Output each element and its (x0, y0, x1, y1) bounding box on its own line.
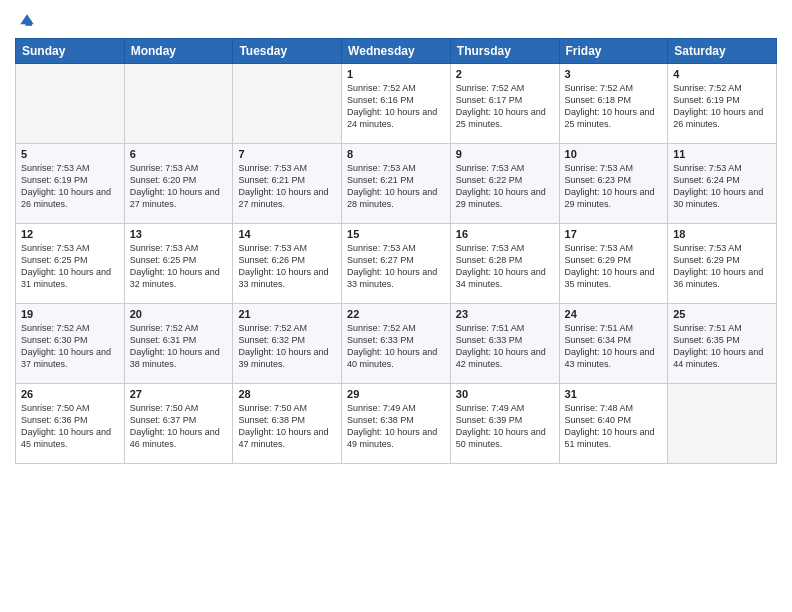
calendar-week-row: 5Sunrise: 7:53 AMSunset: 6:19 PMDaylight… (16, 144, 777, 224)
calendar-cell (16, 64, 125, 144)
calendar-week-row: 12Sunrise: 7:53 AMSunset: 6:25 PMDayligh… (16, 224, 777, 304)
weekday-header-thursday: Thursday (450, 39, 559, 64)
day-info: Sunrise: 7:52 AMSunset: 6:32 PMDaylight:… (238, 322, 336, 371)
day-number: 6 (130, 148, 228, 160)
day-number: 10 (565, 148, 663, 160)
calendar-cell: 29Sunrise: 7:49 AMSunset: 6:38 PMDayligh… (342, 384, 451, 464)
day-number: 28 (238, 388, 336, 400)
day-info: Sunrise: 7:49 AMSunset: 6:38 PMDaylight:… (347, 402, 445, 451)
day-number: 25 (673, 308, 771, 320)
calendar-cell: 11Sunrise: 7:53 AMSunset: 6:24 PMDayligh… (668, 144, 777, 224)
day-info: Sunrise: 7:50 AMSunset: 6:38 PMDaylight:… (238, 402, 336, 451)
calendar-cell (233, 64, 342, 144)
calendar-cell: 22Sunrise: 7:52 AMSunset: 6:33 PMDayligh… (342, 304, 451, 384)
day-info: Sunrise: 7:53 AMSunset: 6:25 PMDaylight:… (130, 242, 228, 291)
weekday-header-saturday: Saturday (668, 39, 777, 64)
day-number: 3 (565, 68, 663, 80)
page-container: SundayMondayTuesdayWednesdayThursdayFrid… (0, 0, 792, 474)
weekday-header-tuesday: Tuesday (233, 39, 342, 64)
calendar-week-row: 19Sunrise: 7:52 AMSunset: 6:30 PMDayligh… (16, 304, 777, 384)
day-number: 1 (347, 68, 445, 80)
day-info: Sunrise: 7:48 AMSunset: 6:40 PMDaylight:… (565, 402, 663, 451)
calendar-cell: 26Sunrise: 7:50 AMSunset: 6:36 PMDayligh… (16, 384, 125, 464)
day-number: 12 (21, 228, 119, 240)
logo (15, 10, 37, 30)
day-number: 22 (347, 308, 445, 320)
day-info: Sunrise: 7:50 AMSunset: 6:36 PMDaylight:… (21, 402, 119, 451)
day-info: Sunrise: 7:52 AMSunset: 6:17 PMDaylight:… (456, 82, 554, 131)
calendar-cell: 16Sunrise: 7:53 AMSunset: 6:28 PMDayligh… (450, 224, 559, 304)
day-number: 11 (673, 148, 771, 160)
day-info: Sunrise: 7:52 AMSunset: 6:33 PMDaylight:… (347, 322, 445, 371)
day-number: 9 (456, 148, 554, 160)
day-number: 5 (21, 148, 119, 160)
calendar-cell: 4Sunrise: 7:52 AMSunset: 6:19 PMDaylight… (668, 64, 777, 144)
day-number: 23 (456, 308, 554, 320)
calendar-cell: 31Sunrise: 7:48 AMSunset: 6:40 PMDayligh… (559, 384, 668, 464)
weekday-header-row: SundayMondayTuesdayWednesdayThursdayFrid… (16, 39, 777, 64)
calendar-cell (668, 384, 777, 464)
day-info: Sunrise: 7:53 AMSunset: 6:28 PMDaylight:… (456, 242, 554, 291)
logo-icon (17, 10, 37, 30)
day-info: Sunrise: 7:52 AMSunset: 6:16 PMDaylight:… (347, 82, 445, 131)
calendar-table: SundayMondayTuesdayWednesdayThursdayFrid… (15, 38, 777, 464)
day-number: 18 (673, 228, 771, 240)
calendar-week-row: 26Sunrise: 7:50 AMSunset: 6:36 PMDayligh… (16, 384, 777, 464)
day-info: Sunrise: 7:51 AMSunset: 6:33 PMDaylight:… (456, 322, 554, 371)
calendar-cell: 15Sunrise: 7:53 AMSunset: 6:27 PMDayligh… (342, 224, 451, 304)
day-info: Sunrise: 7:53 AMSunset: 6:26 PMDaylight:… (238, 242, 336, 291)
calendar-cell: 14Sunrise: 7:53 AMSunset: 6:26 PMDayligh… (233, 224, 342, 304)
day-number: 24 (565, 308, 663, 320)
day-info: Sunrise: 7:52 AMSunset: 6:31 PMDaylight:… (130, 322, 228, 371)
calendar-cell: 1Sunrise: 7:52 AMSunset: 6:16 PMDaylight… (342, 64, 451, 144)
calendar-cell: 24Sunrise: 7:51 AMSunset: 6:34 PMDayligh… (559, 304, 668, 384)
day-number: 29 (347, 388, 445, 400)
calendar-cell: 25Sunrise: 7:51 AMSunset: 6:35 PMDayligh… (668, 304, 777, 384)
calendar-cell: 9Sunrise: 7:53 AMSunset: 6:22 PMDaylight… (450, 144, 559, 224)
calendar-cell: 27Sunrise: 7:50 AMSunset: 6:37 PMDayligh… (124, 384, 233, 464)
day-info: Sunrise: 7:49 AMSunset: 6:39 PMDaylight:… (456, 402, 554, 451)
calendar-cell: 5Sunrise: 7:53 AMSunset: 6:19 PMDaylight… (16, 144, 125, 224)
day-info: Sunrise: 7:53 AMSunset: 6:22 PMDaylight:… (456, 162, 554, 211)
weekday-header-sunday: Sunday (16, 39, 125, 64)
day-number: 26 (21, 388, 119, 400)
day-number: 31 (565, 388, 663, 400)
day-info: Sunrise: 7:53 AMSunset: 6:25 PMDaylight:… (21, 242, 119, 291)
svg-rect-1 (25, 21, 32, 26)
weekday-header-wednesday: Wednesday (342, 39, 451, 64)
calendar-cell: 19Sunrise: 7:52 AMSunset: 6:30 PMDayligh… (16, 304, 125, 384)
day-number: 30 (456, 388, 554, 400)
weekday-header-friday: Friday (559, 39, 668, 64)
day-number: 15 (347, 228, 445, 240)
day-number: 7 (238, 148, 336, 160)
page-header (15, 10, 777, 30)
day-number: 2 (456, 68, 554, 80)
day-info: Sunrise: 7:51 AMSunset: 6:34 PMDaylight:… (565, 322, 663, 371)
day-info: Sunrise: 7:53 AMSunset: 6:20 PMDaylight:… (130, 162, 228, 211)
calendar-cell: 8Sunrise: 7:53 AMSunset: 6:21 PMDaylight… (342, 144, 451, 224)
day-number: 16 (456, 228, 554, 240)
day-info: Sunrise: 7:53 AMSunset: 6:23 PMDaylight:… (565, 162, 663, 211)
calendar-cell: 21Sunrise: 7:52 AMSunset: 6:32 PMDayligh… (233, 304, 342, 384)
calendar-cell: 28Sunrise: 7:50 AMSunset: 6:38 PMDayligh… (233, 384, 342, 464)
day-number: 17 (565, 228, 663, 240)
day-info: Sunrise: 7:53 AMSunset: 6:24 PMDaylight:… (673, 162, 771, 211)
day-info: Sunrise: 7:52 AMSunset: 6:19 PMDaylight:… (673, 82, 771, 131)
day-number: 14 (238, 228, 336, 240)
day-info: Sunrise: 7:53 AMSunset: 6:27 PMDaylight:… (347, 242, 445, 291)
day-info: Sunrise: 7:51 AMSunset: 6:35 PMDaylight:… (673, 322, 771, 371)
day-info: Sunrise: 7:53 AMSunset: 6:29 PMDaylight:… (673, 242, 771, 291)
day-info: Sunrise: 7:53 AMSunset: 6:19 PMDaylight:… (21, 162, 119, 211)
calendar-week-row: 1Sunrise: 7:52 AMSunset: 6:16 PMDaylight… (16, 64, 777, 144)
day-info: Sunrise: 7:53 AMSunset: 6:29 PMDaylight:… (565, 242, 663, 291)
calendar-cell: 30Sunrise: 7:49 AMSunset: 6:39 PMDayligh… (450, 384, 559, 464)
calendar-cell: 7Sunrise: 7:53 AMSunset: 6:21 PMDaylight… (233, 144, 342, 224)
calendar-cell: 18Sunrise: 7:53 AMSunset: 6:29 PMDayligh… (668, 224, 777, 304)
calendar-cell: 13Sunrise: 7:53 AMSunset: 6:25 PMDayligh… (124, 224, 233, 304)
day-number: 4 (673, 68, 771, 80)
day-number: 21 (238, 308, 336, 320)
calendar-cell: 2Sunrise: 7:52 AMSunset: 6:17 PMDaylight… (450, 64, 559, 144)
calendar-cell: 10Sunrise: 7:53 AMSunset: 6:23 PMDayligh… (559, 144, 668, 224)
day-number: 8 (347, 148, 445, 160)
day-info: Sunrise: 7:50 AMSunset: 6:37 PMDaylight:… (130, 402, 228, 451)
